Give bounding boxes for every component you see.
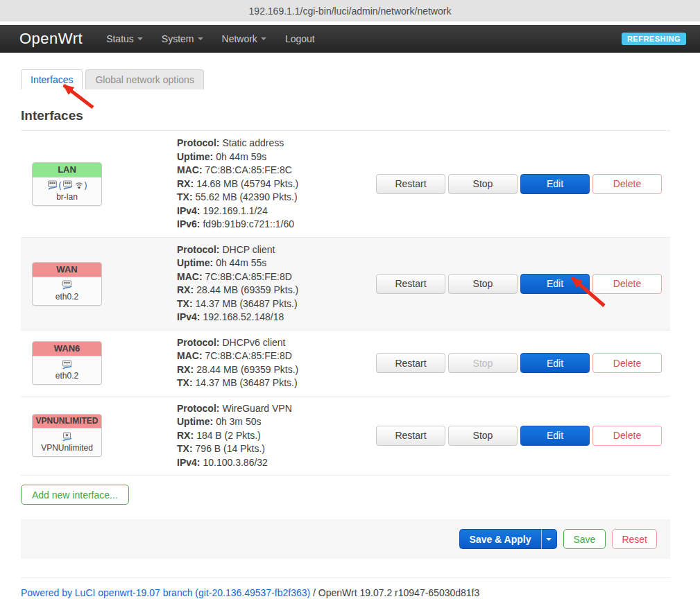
main-content: Interfaces Global network options Interf… bbox=[21, 69, 670, 559]
save-apply-dropdown-button[interactable] bbox=[541, 529, 557, 549]
nav-item-system[interactable]: System bbox=[162, 33, 203, 44]
device-name: eth0.2 bbox=[33, 371, 101, 381]
delete-button-wan[interactable]: Delete bbox=[592, 274, 662, 294]
restart-button-lan[interactable]: Restart bbox=[376, 174, 445, 194]
zone-badge-lan: LAN bbox=[33, 163, 101, 177]
openwrt-logo: OpenWrt bbox=[19, 30, 83, 48]
tab-bar: Interfaces Global network options bbox=[21, 69, 670, 89]
reset-button[interactable]: Reset bbox=[612, 529, 657, 549]
interface-row-vpnunlimited: VPNUNLIMITED VPNUnlimited Protocol:WireG… bbox=[21, 397, 670, 476]
page-title: Interfaces bbox=[21, 108, 670, 123]
stop-button-wan[interactable]: Stop bbox=[448, 274, 518, 294]
device-name: VPNUnlimited bbox=[33, 443, 101, 453]
stop-button-vpnunlimited[interactable]: Stop bbox=[448, 426, 518, 446]
delete-button-vpnunlimited[interactable]: Delete bbox=[592, 426, 662, 446]
save-apply-button[interactable]: Save & Apply bbox=[459, 529, 541, 549]
openwrt-version: / OpenWrt 19.07.2 r10947-65030d81f3 bbox=[310, 587, 479, 598]
switch-icon bbox=[62, 360, 73, 370]
tab-interfaces[interactable]: Interfaces bbox=[21, 69, 83, 89]
interface-details-lan: Protocol:Static address Uptime:0h 44m 59… bbox=[177, 137, 376, 232]
nav-item-logout[interactable]: Logout bbox=[285, 33, 315, 44]
save-apply-split-button: Save & Apply bbox=[459, 529, 557, 549]
delete-button-lan[interactable]: Delete bbox=[592, 174, 662, 194]
footer: Powered by LuCI openwrt-19.07 branch (gi… bbox=[21, 578, 670, 598]
edit-button-wan[interactable]: Edit bbox=[520, 274, 590, 294]
tab-global-network-options[interactable]: Global network options bbox=[85, 69, 203, 89]
interface-details-vpnunlimited: Protocol:WireGuard VPN Uptime:0h 3m 50s … bbox=[177, 402, 376, 470]
chevron-down-icon bbox=[546, 538, 552, 544]
stop-button-wan6[interactable]: Stop bbox=[448, 353, 518, 373]
tunnel-icon bbox=[62, 432, 73, 442]
luci-branch-link[interactable]: Powered by LuCI openwrt-19.07 branch (gi… bbox=[21, 587, 310, 598]
device-name: br-lan bbox=[33, 192, 101, 202]
edit-button-vpnunlimited[interactable]: Edit bbox=[520, 426, 590, 446]
chevron-down-icon bbox=[198, 37, 203, 43]
ethernet-icon bbox=[47, 180, 58, 190]
save-button[interactable]: Save bbox=[563, 529, 606, 549]
interface-row-lan: LAN ( ) br-lan Protocol:Static address U… bbox=[21, 131, 670, 238]
switch-icon bbox=[62, 280, 73, 290]
switch-icon bbox=[62, 180, 74, 190]
stop-button-lan[interactable]: Stop bbox=[448, 174, 518, 194]
device-name: eth0.2 bbox=[33, 292, 101, 302]
add-new-interface-button[interactable]: Add new interface... bbox=[21, 485, 129, 505]
interface-card-wan: WAN eth0.2 bbox=[32, 262, 102, 306]
nav-item-network[interactable]: Network bbox=[222, 33, 266, 44]
restart-button-vpnunlimited[interactable]: Restart bbox=[376, 426, 445, 446]
edit-button-wan6[interactable]: Edit bbox=[520, 353, 590, 373]
navbar: OpenWrt Status System Network Logout REF… bbox=[0, 25, 700, 53]
browser-url: 192.169.1.1/cgi-bin/luci/admin/network/n… bbox=[249, 6, 452, 17]
interface-details-wan: Protocol:DHCP client Uptime:0h 44m 55s M… bbox=[177, 243, 376, 324]
restart-button-wan[interactable]: Restart bbox=[376, 274, 445, 294]
divider bbox=[21, 578, 670, 578]
interface-row-wan6: WAN6 eth0.2 Protocol:DHCPv6 client MAC:7… bbox=[21, 331, 670, 397]
nav-item-status[interactable]: Status bbox=[106, 33, 143, 44]
edit-button-lan[interactable]: Edit bbox=[520, 174, 590, 194]
zone-badge-wan: WAN bbox=[33, 263, 101, 277]
restart-button-wan6[interactable]: Restart bbox=[376, 353, 445, 373]
zone-badge-wan6: WAN6 bbox=[33, 342, 101, 356]
interface-card-lan: LAN ( ) br-lan bbox=[32, 162, 102, 206]
wifi-icon bbox=[74, 180, 84, 190]
action-bar: Save & Apply Save Reset bbox=[21, 519, 670, 559]
refreshing-badge: REFRESHING bbox=[622, 33, 686, 45]
chevron-down-icon bbox=[261, 37, 266, 43]
browser-url-bar[interactable]: 192.169.1.1/cgi-bin/luci/admin/network/n… bbox=[0, 0, 700, 21]
chevron-down-icon bbox=[137, 37, 143, 43]
interface-card-wan6: WAN6 eth0.2 bbox=[32, 341, 102, 385]
zone-badge-vpnunlimited: VPNUNLIMITED bbox=[33, 415, 101, 428]
delete-button-wan6[interactable]: Delete bbox=[592, 353, 662, 373]
interface-row-wan: WAN eth0.2 Protocol:DHCP client Uptime:0… bbox=[21, 238, 670, 331]
interface-details-wan6: Protocol:DHCPv6 client MAC:7C:8B:CA:85:F… bbox=[177, 336, 376, 390]
interface-card-vpnunlimited: VPNUNLIMITED VPNUnlimited bbox=[32, 414, 102, 457]
